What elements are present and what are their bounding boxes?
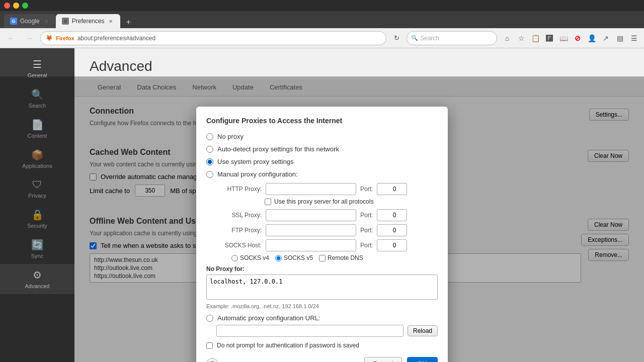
forward-button[interactable]: → <box>22 31 36 45</box>
ftp-proxy-label: FTP Proxy: <box>216 227 262 234</box>
ftp-port-label: Port: <box>360 227 373 234</box>
use-for-all-label: Use this proxy server for all protocols <box>274 198 373 205</box>
auth-row: Do not prompt for authentication if pass… <box>206 342 438 349</box>
tab-preferences-favicon: ⚙ <box>62 18 69 25</box>
http-port-label: Port: <box>360 186 373 193</box>
radio-manual[interactable]: Manual proxy configuration: <box>206 170 438 178</box>
back-button[interactable]: ← <box>4 31 18 45</box>
avatar-icon[interactable]: 👤 <box>586 32 598 44</box>
socks-host-input[interactable] <box>266 239 356 251</box>
no-auth-prompt-label: Do not prompt for authentication if pass… <box>217 342 359 349</box>
tab-google-close[interactable]: ✕ <box>43 18 50 25</box>
address-text: about:preferences#advanced <box>77 35 155 42</box>
reload-button[interactable]: Reload <box>408 325 438 336</box>
radio-no-proxy-label: No proxy <box>217 133 244 140</box>
new-tab-button[interactable]: + <box>122 16 134 28</box>
use-for-all-checkbox[interactable] <box>265 199 271 205</box>
ssl-port-label: Port: <box>360 212 373 219</box>
socks-v4-label: SOCKS v4 <box>240 254 269 261</box>
search-box[interactable]: 🔍 Search <box>407 31 497 45</box>
ftp-proxy-input[interactable] <box>266 224 356 236</box>
tab-preferences-close[interactable]: ✕ <box>107 18 114 25</box>
tab-preferences-label: Preferences <box>72 18 105 25</box>
close-window-btn[interactable] <box>4 3 10 9</box>
help-button[interactable]: ? <box>206 358 218 363</box>
fullscreen-window-btn[interactable] <box>22 3 28 9</box>
title-bar <box>0 0 644 11</box>
radio-manual-input[interactable] <box>206 171 213 178</box>
toolbar-icons: ⌂ ☆ 📋 🅿 📖 ⊘ 👤 ↗ ▤ ☰ <box>501 32 640 44</box>
tab-google[interactable]: G Google ✕ <box>4 14 56 28</box>
no-auth-prompt-checkbox[interactable] <box>206 342 213 349</box>
radio-use-system-input[interactable] <box>206 158 213 165</box>
auto-proxy-option[interactable]: Automatic proxy configuration URL: <box>206 314 438 322</box>
menu-icon[interactable]: ☰ <box>628 32 640 44</box>
auto-proxy-radio[interactable] <box>206 315 213 322</box>
tab-preferences[interactable]: ⚙ Preferences ✕ <box>56 14 121 28</box>
ssl-port-input[interactable] <box>377 209 407 221</box>
radio-no-proxy[interactable]: No proxy <box>206 133 438 140</box>
cancel-button[interactable]: Cancel <box>364 357 401 362</box>
search-placeholder: Search <box>420 35 439 42</box>
reader-icon[interactable]: 📖 <box>557 32 570 44</box>
radio-manual-label: Manual proxy configuration: <box>217 170 298 178</box>
ftp-port-input[interactable] <box>377 224 407 236</box>
socks-v4-radio[interactable] <box>231 255 238 261</box>
dialog-title: Configure Proxies to Access the Internet <box>206 117 438 125</box>
firefox-logo: 🦊 <box>46 35 53 41</box>
socks-v4-option[interactable]: SOCKS v4 <box>231 254 269 261</box>
share-icon[interactable]: ↗ <box>600 32 612 44</box>
tab-google-label: Google <box>20 18 40 25</box>
auto-proxy-input[interactable] <box>216 325 404 337</box>
radio-no-proxy-input[interactable] <box>206 133 213 140</box>
http-proxy-label: HTTP Proxy: <box>216 186 262 193</box>
radio-auto-detect-label: Auto-detect proxy settings for this netw… <box>217 145 339 153</box>
proxy-dialog: Configure Proxies to Access the Internet… <box>196 107 448 362</box>
address-bar[interactable]: 🦊 Firefox about:preferences#advanced <box>40 31 386 45</box>
ssl-proxy-input[interactable] <box>266 209 356 221</box>
tab-google-favicon: G <box>10 18 17 25</box>
tab-bar: G Google ✕ ⚙ Preferences ✕ + <box>0 11 644 28</box>
minimize-window-btn[interactable] <box>13 3 19 9</box>
home-icon[interactable]: ⌂ <box>501 32 513 44</box>
http-port-input[interactable] <box>377 183 407 195</box>
prefs-header: Advanced <box>74 48 644 79</box>
socks-v5-option[interactable]: SOCKS v5 <box>275 254 313 261</box>
remote-dns-label: Remote DNS <box>328 254 363 261</box>
dialog-overlay: Configure Proxies to Access the Internet… <box>0 76 644 362</box>
general-icon: ☰ <box>33 58 42 70</box>
radio-auto-detect[interactable]: Auto-detect proxy settings for this netw… <box>206 145 438 153</box>
search-icon: 🔍 <box>411 35 418 41</box>
reload-button[interactable]: ↻ <box>390 32 403 44</box>
no-proxy-textarea[interactable]: localhost, 127.0.0.1 <box>206 275 438 300</box>
sidebar-toggle-icon[interactable]: ▤ <box>614 32 626 44</box>
socks-host-label: SOCKS Host: <box>216 242 262 249</box>
pocket-icon[interactable]: 🅿 <box>543 32 555 44</box>
remote-dns-checkbox[interactable] <box>319 255 326 261</box>
example-text: Example: .mozilla.org, .net.nz, 192.168.… <box>206 303 438 309</box>
radio-auto-detect-input[interactable] <box>206 146 213 153</box>
star-icon[interactable]: ☆ <box>515 32 527 44</box>
page-title: Advanced <box>90 58 629 74</box>
http-proxy-input[interactable] <box>266 183 356 195</box>
socks-v5-label: SOCKS v5 <box>284 254 313 261</box>
brand-label: Firefox <box>56 35 74 41</box>
auto-proxy-label: Automatic proxy configuration URL: <box>217 314 320 322</box>
nav-bar: ← → 🦊 Firefox about:preferences#advanced… <box>0 28 644 48</box>
dialog-footer: ? Cancel OK <box>206 357 438 362</box>
socks-v5-radio[interactable] <box>275 255 282 261</box>
no-proxy-label: No Proxy for: <box>206 265 438 273</box>
ok-button[interactable]: OK <box>407 357 438 362</box>
adblock-icon[interactable]: ⊘ <box>572 32 584 44</box>
remote-dns-option[interactable]: Remote DNS <box>319 254 363 261</box>
clipboard-icon[interactable]: 📋 <box>529 32 541 44</box>
socks-port-input[interactable] <box>377 239 407 251</box>
socks-port-label: Port: <box>360 242 373 249</box>
radio-use-system[interactable]: Use system proxy settings <box>206 158 438 165</box>
radio-use-system-label: Use system proxy settings <box>217 158 294 165</box>
ssl-proxy-label: SSL Proxy: <box>216 212 262 219</box>
